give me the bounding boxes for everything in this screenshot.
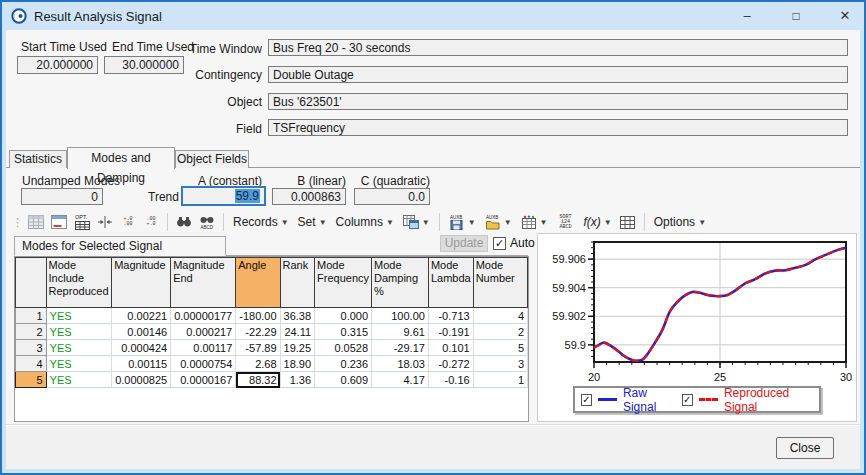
table-cell[interactable]: 0.000 (315, 308, 372, 324)
table-cell[interactable]: -180.00 (236, 308, 280, 324)
maximize-button[interactable]: □ (779, 2, 813, 30)
raw-signal-checkbox[interactable]: ✓ (581, 394, 592, 406)
sort-icon[interactable]: SORT124ABCD (555, 213, 577, 231)
set-menu-button[interactable]: Set▼ (296, 215, 329, 229)
table-cell[interactable]: 0.00117 (171, 340, 236, 356)
table-cell[interactable]: 5 (16, 372, 47, 388)
columns-menu-button[interactable]: Columns▼ (334, 215, 396, 229)
table-cell[interactable]: YES (46, 356, 112, 372)
save-aux-button[interactable]: AUXB ▼ (447, 214, 478, 230)
table-cell[interactable]: 0.00115 (112, 356, 171, 372)
table-cell[interactable]: 0.000217 (171, 324, 236, 340)
table-cell[interactable]: 18.90 (280, 356, 315, 372)
tab-object-fields[interactable]: Object Fields (175, 150, 249, 168)
column-header[interactable] (16, 258, 47, 308)
table-cell[interactable]: 5 (473, 340, 527, 356)
column-header[interactable]: Magnitude End (171, 258, 236, 308)
table-cell[interactable]: 88.32 (236, 372, 280, 388)
column-header[interactable]: Mode Lambda (428, 258, 473, 308)
increase-decimals-icon[interactable]: +.0.00 (119, 213, 137, 231)
close-window-button[interactable]: ✕ (828, 2, 862, 30)
table-cell[interactable]: 0.0528 (315, 340, 372, 356)
reproduced-signal-checkbox[interactable]: ✓ (682, 394, 693, 406)
advanced-find-icon[interactable]: ABCD (198, 213, 216, 231)
undamped-modes-field[interactable]: 0 (21, 188, 103, 205)
table-cell[interactable]: YES (46, 340, 112, 356)
table-cell[interactable]: -29.17 (372, 340, 429, 356)
tab-statistics[interactable]: Statistics (9, 150, 67, 168)
table-cell[interactable]: 0.609 (315, 372, 372, 388)
records-menu-button[interactable]: Records▼ (231, 215, 291, 229)
table-cell[interactable]: 0.315 (315, 324, 372, 340)
grid-windows-menu-button[interactable]: ▼ (401, 215, 432, 229)
paste-grid-button[interactable]: ▼ (519, 215, 550, 230)
table-cell[interactable]: -0.272 (428, 356, 473, 372)
table-cell[interactable]: YES (46, 372, 112, 388)
column-header[interactable]: Mode Damping % (372, 258, 429, 308)
table-cell[interactable]: -0.16 (428, 372, 473, 388)
table-cell[interactable]: 0.0000167 (171, 372, 236, 388)
tab-modes-and-damping[interactable]: Modes and Damping (67, 147, 175, 169)
auto-checkbox[interactable]: ✓ (493, 237, 506, 250)
titlebar[interactable]: Result Analysis Signal – □ ✕ (2, 2, 864, 30)
signal-chart[interactable]: 59.959.90259.90459.906202530 (538, 234, 856, 384)
table-cell[interactable]: 0.101 (428, 340, 473, 356)
column-header[interactable]: Mode Number (473, 258, 527, 308)
function-menu-button[interactable]: f(x)▼ (582, 215, 614, 229)
table-cell[interactable]: 1 (473, 372, 527, 388)
open-aux-button[interactable]: AUXB ▼ (483, 214, 514, 230)
table-cell[interactable]: 18.03 (372, 356, 429, 372)
contingency-field[interactable]: Double Outage (268, 66, 848, 83)
table-cell[interactable]: 4 (16, 356, 47, 372)
table-cell[interactable]: 0.00000177 (171, 308, 236, 324)
trend-a-field[interactable]: 59.9 (181, 186, 266, 206)
column-header[interactable]: Magnitude (112, 258, 171, 308)
table-cell[interactable]: 4.17 (372, 372, 429, 388)
minimize-button[interactable]: – (730, 2, 764, 30)
table-cell[interactable]: 0.236 (315, 356, 372, 372)
table-cell[interactable]: 36.38 (280, 308, 315, 324)
table-cell[interactable]: 24.11 (280, 324, 315, 340)
close-button[interactable]: Close (776, 437, 834, 459)
trend-b-field[interactable]: 0.000863 (272, 188, 346, 205)
table-cell[interactable]: -0.191 (428, 324, 473, 340)
grid-view-icon[interactable] (27, 213, 45, 231)
find-icon[interactable] (175, 213, 193, 231)
column-header[interactable]: Rank (280, 258, 315, 308)
update-button[interactable]: Update (440, 235, 488, 252)
table-cell[interactable]: -57.89 (236, 340, 280, 356)
table-cell[interactable]: 0.00221 (112, 308, 171, 324)
trend-c-field[interactable]: 0.0 (354, 188, 430, 205)
table-cell[interactable]: 4 (473, 308, 527, 324)
table-cell[interactable]: 3 (473, 356, 527, 372)
table-cell[interactable]: 2 (473, 324, 527, 340)
form-view-icon[interactable] (50, 213, 68, 231)
object-field[interactable]: Bus '623501' (268, 93, 848, 110)
table-cell[interactable]: 0.00146 (112, 324, 171, 340)
table-cell[interactable]: 0.0000825 (112, 372, 171, 388)
options-grid-icon[interactable]: OPT. (73, 213, 91, 231)
table-cell[interactable]: 1.36 (280, 372, 315, 388)
table-cell[interactable]: 0.000424 (112, 340, 171, 356)
auto-size-columns-icon[interactable] (96, 213, 114, 231)
column-header[interactable]: Angle (236, 258, 280, 308)
table-cell[interactable]: YES (46, 324, 112, 340)
table-cell[interactable]: -22.29 (236, 324, 280, 340)
table-cell[interactable]: 3 (16, 340, 47, 356)
time-window-field[interactable]: Bus Freq 20 - 30 seconds (268, 39, 848, 56)
modes-table[interactable]: Mode Include ReproducedMagnitudeMagnitud… (15, 257, 528, 388)
table-cell[interactable]: 9.61 (372, 324, 429, 340)
column-header[interactable]: Mode Frequency (315, 258, 372, 308)
table-cell[interactable]: -0.713 (428, 308, 473, 324)
table-cell[interactable]: 1 (16, 308, 47, 324)
start-time-field[interactable]: 20.000000 (17, 56, 98, 74)
modes-for-selected-signal-tab[interactable]: Modes for Selected Signal (14, 236, 226, 256)
decrease-decimals-icon[interactable]: .00+.0 (142, 213, 160, 231)
table-cell[interactable]: 2 (16, 324, 47, 340)
table-cell[interactable]: 2.68 (236, 356, 280, 372)
options-menu-button[interactable]: Options▼ (652, 215, 708, 229)
toolbar-grip-icon[interactable]: ⋮ (12, 216, 22, 229)
field-field[interactable]: TSFrequency (268, 119, 848, 136)
column-header[interactable]: Mode Include Reproduced (46, 258, 112, 308)
table-cell[interactable]: 19.25 (280, 340, 315, 356)
